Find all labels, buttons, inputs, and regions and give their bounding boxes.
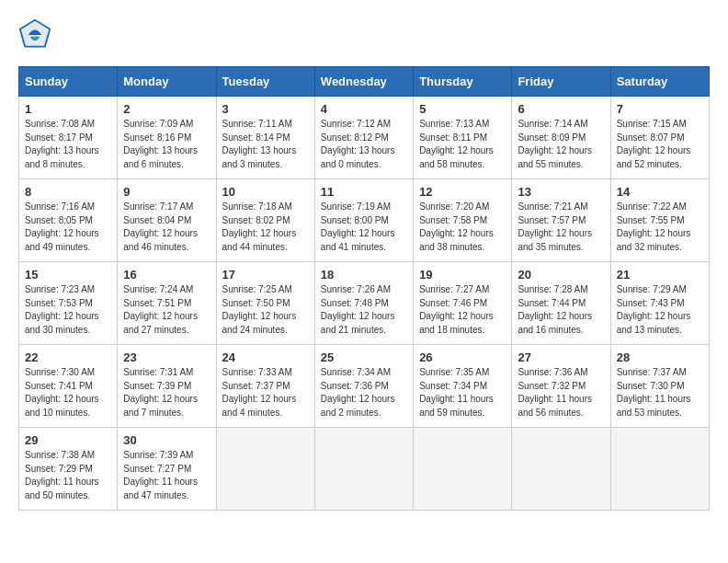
calendar-week-row: 22 Sunrise: 7:30 AM Sunset: 7:41 PM Dayl…	[19, 345, 710, 428]
day-number: 1	[25, 102, 111, 116]
day-info: Sunrise: 7:25 AM Sunset: 7:50 PM Dayligh…	[222, 283, 309, 337]
day-info: Sunrise: 7:26 AM Sunset: 7:48 PM Dayligh…	[321, 283, 407, 337]
calendar-day-cell: 6 Sunrise: 7:14 AM Sunset: 8:09 PM Dayli…	[512, 97, 610, 179]
day-info: Sunrise: 7:37 AM Sunset: 7:30 PM Dayligh…	[617, 366, 703, 419]
day-info: Sunrise: 7:12 AM Sunset: 8:12 PM Dayligh…	[321, 118, 407, 171]
day-number: 21	[617, 268, 703, 282]
day-info: Sunrise: 7:29 AM Sunset: 7:43 PM Dayligh…	[617, 283, 703, 337]
calendar-day-cell: 15 Sunrise: 7:23 AM Sunset: 7:53 PM Dayl…	[19, 262, 118, 345]
weekday-header: Wednesday	[314, 67, 413, 97]
calendar-day-cell: 3 Sunrise: 7:11 AM Sunset: 8:14 PM Dayli…	[216, 97, 314, 179]
calendar-day-cell: 21 Sunrise: 7:29 AM Sunset: 7:43 PM Dayl…	[610, 262, 709, 345]
calendar-week-row: 15 Sunrise: 7:23 AM Sunset: 7:53 PM Dayl…	[19, 262, 710, 345]
day-number: 26	[419, 350, 506, 364]
day-info: Sunrise: 7:21 AM Sunset: 7:57 PM Dayligh…	[518, 201, 604, 254]
day-info: Sunrise: 7:39 AM Sunset: 7:27 PM Dayligh…	[123, 449, 210, 502]
day-number: 11	[321, 185, 407, 199]
day-info: Sunrise: 7:33 AM Sunset: 7:37 PM Dayligh…	[222, 366, 309, 419]
day-number: 28	[617, 350, 703, 364]
calendar-day-cell: 22 Sunrise: 7:30 AM Sunset: 7:41 PM Dayl…	[19, 345, 118, 428]
day-number: 22	[25, 350, 111, 364]
calendar-day-cell: 24 Sunrise: 7:33 AM Sunset: 7:37 PM Dayl…	[216, 345, 314, 428]
weekday-header: Monday	[118, 67, 216, 97]
day-info: Sunrise: 7:38 AM Sunset: 7:29 PM Dayligh…	[25, 449, 111, 502]
calendar-day-cell: 16 Sunrise: 7:24 AM Sunset: 7:51 PM Dayl…	[118, 262, 216, 345]
day-number: 13	[518, 185, 604, 199]
calendar-day-cell	[314, 428, 413, 511]
day-info: Sunrise: 7:28 AM Sunset: 7:44 PM Dayligh…	[518, 283, 604, 337]
day-number: 4	[321, 102, 407, 116]
day-info: Sunrise: 7:09 AM Sunset: 8:16 PM Dayligh…	[123, 118, 210, 171]
day-number: 3	[222, 102, 309, 116]
day-number: 9	[123, 185, 210, 199]
calendar-day-cell: 29 Sunrise: 7:38 AM Sunset: 7:29 PM Dayl…	[19, 428, 118, 511]
day-info: Sunrise: 7:35 AM Sunset: 7:34 PM Dayligh…	[419, 366, 506, 419]
day-info: Sunrise: 7:16 AM Sunset: 8:05 PM Dayligh…	[25, 201, 111, 254]
day-number: 24	[222, 350, 309, 364]
day-info: Sunrise: 7:15 AM Sunset: 8:07 PM Dayligh…	[617, 118, 703, 171]
weekday-header: Saturday	[610, 67, 709, 97]
day-number: 18	[321, 268, 407, 282]
weekday-header: Thursday	[414, 67, 512, 97]
day-number: 12	[419, 185, 506, 199]
day-info: Sunrise: 7:24 AM Sunset: 7:51 PM Dayligh…	[123, 283, 210, 337]
calendar-day-cell: 1 Sunrise: 7:08 AM Sunset: 8:17 PM Dayli…	[19, 97, 118, 179]
day-number: 7	[617, 102, 703, 116]
calendar-day-cell: 13 Sunrise: 7:21 AM Sunset: 7:57 PM Dayl…	[512, 179, 610, 262]
day-number: 25	[321, 350, 407, 364]
calendar-day-cell: 23 Sunrise: 7:31 AM Sunset: 7:39 PM Dayl…	[118, 345, 216, 428]
day-info: Sunrise: 7:14 AM Sunset: 8:09 PM Dayligh…	[518, 118, 604, 171]
calendar-day-cell: 10 Sunrise: 7:18 AM Sunset: 8:02 PM Dayl…	[216, 179, 314, 262]
calendar-day-cell: 12 Sunrise: 7:20 AM Sunset: 7:58 PM Dayl…	[414, 179, 512, 262]
day-info: Sunrise: 7:31 AM Sunset: 7:39 PM Dayligh…	[123, 366, 210, 419]
calendar-header-row: SundayMondayTuesdayWednesdayThursdayFrid…	[19, 67, 710, 97]
calendar-day-cell	[512, 428, 610, 511]
day-number: 30	[123, 433, 210, 447]
day-info: Sunrise: 7:18 AM Sunset: 8:02 PM Dayligh…	[222, 201, 309, 254]
calendar-day-cell	[216, 428, 314, 511]
day-number: 19	[419, 268, 506, 282]
calendar-week-row: 29 Sunrise: 7:38 AM Sunset: 7:29 PM Dayl…	[19, 428, 710, 511]
calendar-day-cell: 7 Sunrise: 7:15 AM Sunset: 8:07 PM Dayli…	[610, 97, 709, 179]
day-number: 15	[25, 268, 111, 282]
day-info: Sunrise: 7:34 AM Sunset: 7:36 PM Dayligh…	[321, 366, 407, 419]
day-info: Sunrise: 7:23 AM Sunset: 7:53 PM Dayligh…	[25, 283, 111, 337]
day-number: 5	[419, 102, 506, 116]
day-number: 14	[617, 185, 703, 199]
day-number: 20	[518, 268, 604, 282]
calendar-day-cell: 25 Sunrise: 7:34 AM Sunset: 7:36 PM Dayl…	[314, 345, 413, 428]
calendar-day-cell	[414, 428, 512, 511]
logo-icon	[18, 18, 51, 52]
calendar-day-cell: 8 Sunrise: 7:16 AM Sunset: 8:05 PM Dayli…	[19, 179, 118, 262]
day-number: 8	[25, 185, 111, 199]
day-info: Sunrise: 7:36 AM Sunset: 7:32 PM Dayligh…	[518, 366, 604, 419]
day-number: 29	[25, 433, 111, 447]
day-info: Sunrise: 7:22 AM Sunset: 7:55 PM Dayligh…	[617, 201, 703, 254]
calendar-day-cell: 14 Sunrise: 7:22 AM Sunset: 7:55 PM Dayl…	[610, 179, 709, 262]
calendar-week-row: 8 Sunrise: 7:16 AM Sunset: 8:05 PM Dayli…	[19, 179, 710, 262]
weekday-header: Sunday	[19, 67, 118, 97]
day-number: 6	[518, 102, 604, 116]
calendar-table: SundayMondayTuesdayWednesdayThursdayFrid…	[18, 66, 710, 511]
weekday-header: Friday	[512, 67, 610, 97]
logo	[18, 18, 57, 52]
day-number: 27	[518, 350, 604, 364]
day-info: Sunrise: 7:19 AM Sunset: 8:00 PM Dayligh…	[321, 201, 407, 254]
calendar-day-cell	[610, 428, 709, 511]
calendar-day-cell: 19 Sunrise: 7:27 AM Sunset: 7:46 PM Dayl…	[414, 262, 512, 345]
calendar-day-cell: 11 Sunrise: 7:19 AM Sunset: 8:00 PM Dayl…	[314, 179, 413, 262]
calendar-day-cell: 28 Sunrise: 7:37 AM Sunset: 7:30 PM Dayl…	[610, 345, 709, 428]
calendar-day-cell: 17 Sunrise: 7:25 AM Sunset: 7:50 PM Dayl…	[216, 262, 314, 345]
calendar-day-cell: 2 Sunrise: 7:09 AM Sunset: 8:16 PM Dayli…	[118, 97, 216, 179]
day-info: Sunrise: 7:13 AM Sunset: 8:11 PM Dayligh…	[419, 118, 506, 171]
day-info: Sunrise: 7:17 AM Sunset: 8:04 PM Dayligh…	[123, 201, 210, 254]
calendar-day-cell: 9 Sunrise: 7:17 AM Sunset: 8:04 PM Dayli…	[118, 179, 216, 262]
day-info: Sunrise: 7:30 AM Sunset: 7:41 PM Dayligh…	[25, 366, 111, 419]
calendar-day-cell: 30 Sunrise: 7:39 AM Sunset: 7:27 PM Dayl…	[118, 428, 216, 511]
calendar-day-cell: 5 Sunrise: 7:13 AM Sunset: 8:11 PM Dayli…	[414, 97, 512, 179]
day-info: Sunrise: 7:27 AM Sunset: 7:46 PM Dayligh…	[419, 283, 506, 337]
day-number: 10	[222, 185, 309, 199]
day-info: Sunrise: 7:20 AM Sunset: 7:58 PM Dayligh…	[419, 201, 506, 254]
calendar-day-cell: 18 Sunrise: 7:26 AM Sunset: 7:48 PM Dayl…	[314, 262, 413, 345]
day-info: Sunrise: 7:08 AM Sunset: 8:17 PM Dayligh…	[25, 118, 111, 171]
